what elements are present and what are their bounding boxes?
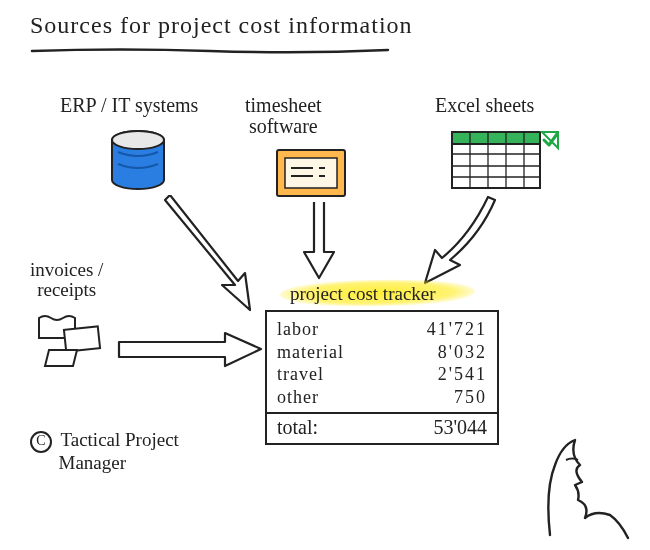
invoices-line2: receipts: [37, 279, 96, 300]
row-label: other: [277, 386, 319, 409]
checkmark-icon: [542, 132, 558, 148]
source-label-erp: ERP / IT systems: [60, 95, 198, 116]
copyright-icon: C: [30, 431, 52, 453]
row-value: 8'032: [438, 341, 487, 364]
total-label: total:: [277, 416, 318, 439]
face-doodle-icon: [520, 410, 640, 540]
table-row: material 8'032: [277, 341, 487, 364]
table-row: other 750: [277, 386, 487, 409]
row-label: material: [277, 341, 344, 364]
credit-line: C Tactical Project Manager: [30, 430, 179, 474]
row-value: 2'541: [438, 363, 487, 386]
timesheet-line1: timesheet: [245, 94, 322, 116]
row-label: labor: [277, 318, 319, 341]
credit-text-1: Tactical Project: [60, 429, 178, 450]
total-row: total: 53'044: [267, 412, 497, 443]
svg-rect-9: [452, 132, 540, 144]
tracker-label: project cost tracker: [290, 283, 436, 305]
cost-tracker-table: labor 41'721 material 8'032 travel 2'541…: [265, 310, 499, 445]
svg-rect-3: [285, 158, 337, 188]
spreadsheet-icon: [450, 130, 560, 192]
source-label-timesheet: timesheet software: [245, 95, 322, 137]
svg-rect-17: [64, 326, 100, 351]
total-value: 53'044: [433, 416, 487, 439]
table-row: travel 2'541: [277, 363, 487, 386]
timesheet-icon: [275, 148, 347, 198]
source-label-excel: Excel sheets: [435, 95, 534, 116]
source-label-invoices: invoices / receipts: [30, 260, 103, 300]
timesheet-line2: software: [249, 115, 318, 137]
row-value: 41'721: [427, 318, 487, 341]
row-label: travel: [277, 363, 324, 386]
title-underline: [30, 46, 390, 56]
receipts-icon: [35, 310, 115, 370]
arrow-invoices-to-tracker: [115, 330, 265, 370]
svg-point-1: [112, 131, 164, 149]
credit-text-2: Manager: [59, 452, 127, 473]
row-value: 750: [454, 386, 487, 409]
arrow-excel-to-tracker: [410, 195, 510, 290]
arrow-timesheet-to-tracker: [300, 200, 340, 280]
database-icon: [108, 130, 168, 192]
table-row: labor 41'721: [277, 318, 487, 341]
diagram-title: Sources for project cost information: [30, 12, 413, 39]
invoices-line1: invoices /: [30, 259, 103, 280]
arrow-erp-to-tracker: [150, 195, 260, 315]
